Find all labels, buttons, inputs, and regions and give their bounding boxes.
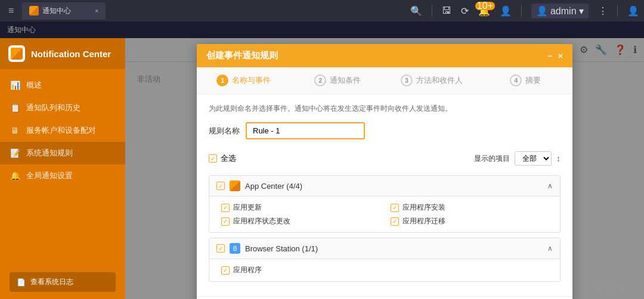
sidebar-logo [8, 45, 25, 62]
toolbar-separator2 [521, 5, 522, 17]
sidebar-item-queue[interactable]: 📋 通知队列和历史 [0, 96, 125, 119]
browser-station-header[interactable]: B Browser Station (1/1) ∧ [209, 238, 560, 259]
browser-station-section: B Browser Station (1/1) ∧ 应用程序 [209, 238, 561, 282]
sidebar-title: Notification Center [31, 49, 111, 59]
main-content: ⚙ 🔧 ❓ ℹ 非活动 创建事件通知规则 − × [125, 38, 644, 299]
browser-station-checkbox[interactable] [216, 244, 225, 253]
sidebar: Notification Center 📊 概述 📋 通知队列和历史 🖥 服务帐… [0, 38, 125, 299]
admin-label: admin ▾ [550, 5, 584, 17]
tab-label: 通知中心 [42, 6, 71, 16]
app-center-events: 应用更新 应用程序安装 应用程序状态更改 [221, 203, 548, 226]
sidebar-item-settings[interactable]: 🔔 全局通知设置 [0, 164, 125, 187]
rule-name-label: 规则名称 [209, 126, 240, 136]
browser-tab[interactable]: 通知中心 × [22, 2, 106, 20]
sidebar-logo-inner [11, 48, 23, 60]
browser-icon: B [230, 243, 240, 254]
tab-favicon [29, 6, 39, 15]
browser-app-label: 应用程序 [233, 265, 262, 275]
event-app-install: 应用程序安装 [391, 203, 548, 213]
browser-app-checkbox[interactable] [221, 266, 230, 275]
breadcrumb: 通知中心 [7, 25, 36, 35]
app-center-collapse-icon[interactable]: ∧ [547, 182, 553, 190]
browser-menu-icon[interactable]: ≡ [5, 3, 17, 18]
step-3[interactable]: 3 方法和收件人 [385, 74, 479, 86]
admin-button[interactable]: 👤 admin ▾ [531, 4, 589, 18]
toolbar-separator3 [617, 5, 618, 17]
modal-body: 为此规则命名并选择事件。通知中心将在发生选定事件时向收件人发送通知。 规则名称 … [197, 94, 572, 296]
log-icon: 📄 [17, 278, 26, 286]
sidebar-item-rules[interactable]: 📝 系统通知规则 [0, 142, 125, 164]
step-4-label: 摘要 [525, 75, 541, 86]
modal-description: 为此规则命名并选择事件。通知中心将在发生选定事件时向收件人发送通知。 [209, 104, 561, 114]
step-1[interactable]: 1 名称与事件 [197, 74, 291, 86]
footer-btn-label: 查看系统日志 [30, 277, 73, 287]
modal-footer: 取消 下一步 [197, 296, 572, 299]
rule-name-input[interactable] [246, 122, 365, 139]
select-all-checkbox[interactable] [209, 154, 217, 163]
watermark: 值 什么值得买 [597, 284, 638, 293]
modal-dialog: 创建事件通知规则 − × 1 名称与事件 2 通知条件 [197, 44, 572, 299]
filter-row: 全选 显示的项目 全部 已选 未选 ↕ [209, 148, 561, 169]
save-icon[interactable]: 🖫 [442, 5, 451, 16]
tab-close-btn[interactable]: × [95, 7, 98, 14]
step-2-num: 2 [314, 74, 326, 86]
modal-close-btn[interactable]: × [558, 51, 563, 61]
settings-icon: 🔔 [10, 170, 20, 181]
sidebar-item-label: 概述 [26, 80, 42, 91]
display-select[interactable]: 全部 已选 未选 [515, 151, 552, 166]
modal-header: 创建事件通知规则 − × [197, 44, 572, 67]
step-2[interactable]: 2 通知条件 [291, 74, 385, 86]
sync-icon[interactable]: ⟳ [461, 5, 469, 17]
modal-minimize-btn[interactable]: − [547, 51, 552, 61]
filter-left: 全选 [209, 153, 236, 164]
browser-station-collapse-icon[interactable]: ∧ [547, 244, 553, 253]
sidebar-item-service[interactable]: 🖥 服务帐户和设备配对 [0, 119, 125, 142]
more-icon[interactable]: ⋮ [598, 5, 608, 17]
step-1-label: 名称与事件 [232, 75, 271, 86]
rule-name-row: 规则名称 [209, 122, 561, 139]
browser-station-body: 应用程序 [209, 259, 560, 281]
user-account-icon[interactable]: 👤 [500, 5, 512, 17]
browser-station-header-left: B Browser Station (1/1) [216, 243, 547, 254]
step-2-label: 通知条件 [330, 75, 361, 86]
sort-icon[interactable]: ↕ [556, 154, 561, 163]
view-log-button[interactable]: 📄 查看系统日志 [10, 272, 116, 292]
step-4[interactable]: 4 摘要 [479, 74, 573, 86]
step-4-num: 4 [510, 74, 522, 86]
sidebar-item-overview[interactable]: 📊 概述 [0, 74, 125, 96]
select-all-label: 全选 [221, 153, 236, 164]
toolbar-separator [432, 5, 432, 17]
app-container: Notification Center 📊 概述 📋 通知队列和历史 🖥 服务帐… [0, 38, 644, 299]
step-1-num: 1 [216, 74, 228, 86]
filter-right: 显示的项目 全部 已选 未选 ↕ [474, 151, 561, 166]
sidebar-footer: 📄 查看系统日志 [0, 265, 125, 299]
event-app-update: 应用更新 [221, 203, 379, 213]
queue-icon: 📋 [10, 102, 20, 113]
event-status-checkbox[interactable] [221, 217, 230, 226]
event-update-checkbox[interactable] [221, 204, 230, 212]
app-center-checkbox[interactable] [216, 182, 225, 190]
event-migrate-checkbox[interactable] [391, 217, 399, 226]
sidebar-item-label: 全局通知设置 [26, 170, 73, 181]
avatar-icon[interactable]: 👤 [627, 5, 639, 17]
event-install-checkbox[interactable] [391, 204, 399, 212]
app-center-header[interactable]: App Center (4/4) ∧ [209, 176, 560, 197]
steps-bar: 1 名称与事件 2 通知条件 3 方法和收件人 4 摘要 [197, 67, 572, 94]
step-3-label: 方法和收件人 [416, 75, 463, 86]
step-3-num: 3 [401, 74, 413, 86]
event-install-label: 应用程序安装 [402, 203, 445, 213]
event-app-status: 应用程序状态更改 [221, 216, 379, 226]
search-icon[interactable]: 🔍 [410, 5, 422, 17]
rules-icon: 📝 [10, 148, 20, 158]
address-bar: 通知中心 [0, 21, 644, 38]
app-center-header-left: App Center (4/4) [216, 180, 547, 191]
overview-icon: 📊 [10, 80, 20, 91]
sidebar-item-label: 通知队列和历史 [26, 102, 80, 113]
modal-title: 创建事件通知规则 [206, 50, 278, 61]
appcenter-icon [230, 180, 240, 191]
event-migrate-label: 应用程序迁移 [402, 216, 445, 226]
app-center-section: App Center (4/4) ∧ 应用更新 [209, 175, 561, 233]
modal-header-actions: − × [547, 51, 563, 61]
notification-icon[interactable]: 🔔 10+ [478, 5, 490, 17]
browser-toolbar-right: 🔍 🖫 ⟳ 🔔 10+ 👤 👤 admin ▾ ⋮ 👤 [410, 4, 639, 18]
